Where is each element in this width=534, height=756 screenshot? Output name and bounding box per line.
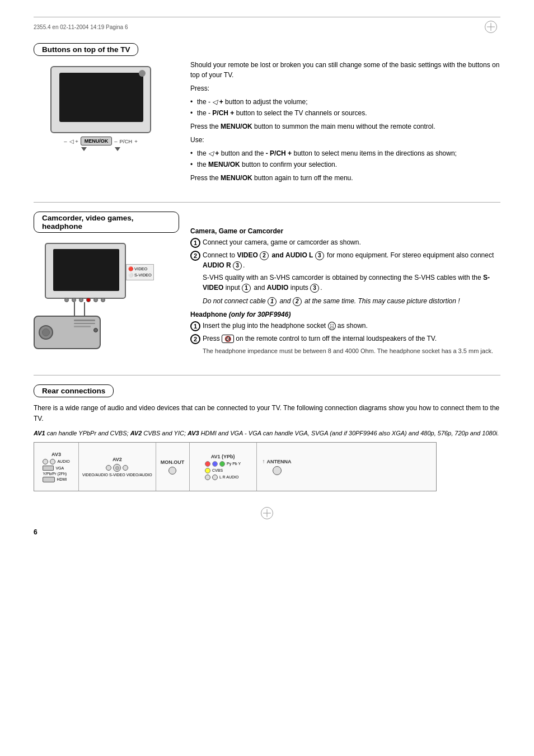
section2-title: Camcorder, video games, headphone: [34, 212, 179, 233]
btn-vol: ◁ +: [69, 138, 78, 144]
av2-port-1: [106, 465, 111, 471]
monout-port: [168, 467, 176, 475]
tv-use-item-1: the ◁ + button and the - P/CH + button t…: [190, 148, 500, 158]
cam-connectors: [64, 298, 105, 302]
section-cam-right: Camera, Game or Camcorder 1 Connect your…: [190, 212, 500, 359]
section-camcorder: Camcorder, video games, headphone 🔴 VIDE…: [34, 212, 500, 359]
av3-hdmi-port: [43, 477, 55, 482]
section3-title: Rear connections: [34, 384, 114, 397]
av2-ports: VIDEO/AUDIO S-VIDEO VIDEO/AUDIO: [82, 464, 152, 477]
monout-label-diag: MON.OUT: [161, 459, 185, 465]
av-note: AV1 can handle YPbPr and CVBS; AV2 CVBS …: [34, 429, 500, 438]
av3-vga-port: [43, 466, 54, 471]
divider-2: [34, 375, 500, 375]
headphone-jack-icon: [93, 328, 98, 332]
btn-pch: P/CH: [120, 138, 133, 144]
av1-R-port: [212, 475, 218, 480]
step-num-2: 2: [190, 251, 200, 261]
header-meta-text: 2355.4 en 02-11-2004 14:19 Pagina 6: [34, 24, 128, 30]
av2-label-3: VIDEO/AUDIO: [127, 473, 152, 477]
av3-audio-label: AUDIO: [57, 459, 69, 463]
av3-ports: AUDIO VGA Y/Pb/Pr (2Fh) HDMI: [43, 459, 69, 482]
headphone-info: The headphone impedance must be between …: [203, 346, 500, 356]
section-tv-left: Buttons on top of the TV – ◁ + MENU/OK –…: [34, 43, 179, 151]
tv-button-row: – ◁ + MENU/OK – P/CH +: [34, 137, 168, 145]
section-rear: Rear connections There is a wide range o…: [34, 384, 500, 492]
av2-row1: [106, 464, 128, 472]
tv-arrows: [34, 147, 168, 151]
av1-row1: Py Pb Y: [205, 461, 241, 467]
header-meta: 2355.4 en 02-11-2004 14:19 Pagina 6: [34, 17, 500, 33]
btn-menuok: MENU/OK: [81, 137, 113, 145]
av3-audio-port-R: [50, 459, 55, 464]
av2-port-3: [123, 465, 128, 471]
av3-ypbpr-label: Y/Pb/Pr (2Fh): [43, 472, 67, 476]
cam-cable-2: [84, 302, 85, 316]
av1-cvbs-label: CVBS: [212, 468, 223, 472]
av3-audio-port-L: [43, 459, 48, 464]
tv-press-item-1: the - ◁ + button to adjust the volume;: [190, 97, 500, 107]
av1-LR-label: L R AUDIO: [219, 475, 238, 479]
av2-svideo-port: [113, 464, 121, 472]
cam-game-head: Camera, Game or Camcorder: [190, 227, 500, 235]
tv-use-item-2: the MENU/OK button to confirm your selec…: [190, 159, 500, 170]
tv-use-label: Use:: [190, 135, 500, 145]
headphone-step-text-2: Press 🔇 on the remote control to turn of…: [203, 334, 500, 344]
av2-label-1: VIDEO/AUDIO: [82, 473, 108, 477]
crosshair-bottom-wrap: [34, 507, 500, 519]
page-number: 6: [34, 528, 500, 536]
av2-label: AV2 CVBS and YIC;: [130, 430, 186, 436]
tv-press-again: Press the MENU/OK button again to turn o…: [190, 173, 500, 183]
av1-label: AV1 can handle YPbPr and CVBS;: [34, 430, 129, 436]
av3-vga-label: VGA: [55, 466, 64, 470]
headphone-head: Headphone (only for 30PF9946): [190, 311, 500, 318]
av1-cvbs-port: [205, 468, 210, 473]
tv-press-list: the - ◁ + button to adjust the volume; t…: [190, 97, 500, 118]
step-text-2: Connect to VIDEO 2 and AUDIO L 3 for mon…: [203, 250, 500, 270]
antenna-label-diag: ANTENNA: [267, 459, 292, 464]
headphone-step-num-2: 2: [190, 334, 200, 344]
cam-illustration: 🔴 VIDEO ⚪ S-VIDEO: [34, 243, 168, 355]
headphone-step-1: 1 Insert the plug into the headphone soc…: [190, 321, 500, 331]
av1-row3: L R AUDIO: [205, 475, 241, 480]
camcorder-device: [34, 316, 106, 355]
antenna-port: [273, 466, 282, 475]
step-1: 1 Connect your camera, game or camcorder…: [190, 237, 500, 248]
av3-ypbpr-row: Y/Pb/Pr (2Fh): [43, 472, 67, 476]
av1-label-diag: AV1 (YPb): [211, 454, 235, 459]
av1-L-port: [205, 475, 210, 480]
av1-ports: Py Pb Y CVBS L R AUDIO: [205, 461, 241, 480]
av3-audio-row: AUDIO: [43, 459, 69, 464]
svhs-text: S-VHS quality with an S-VHS camcorder is…: [190, 273, 500, 306]
tv-press-label: Press:: [190, 83, 500, 93]
headphone-step-text-1: Insert the plug into the headphone socke…: [203, 321, 500, 331]
tv-press-item-2: the - P/CH + button to select the TV cha…: [190, 108, 500, 118]
av1-port-pb: [212, 461, 218, 467]
crosshair-header: [485, 21, 497, 33]
av3-label: AV3 HDMI and VGA - VGA can handle VGA, S…: [188, 430, 499, 436]
av3-label-diag: AV3: [51, 452, 61, 457]
av1-row2: CVBS: [205, 468, 241, 473]
headphone-step-2: 2 Press 🔇 on the remote control to turn …: [190, 334, 500, 344]
tv-menuok-text: Press the MENU/OK button to summon the m…: [190, 121, 500, 132]
btn-minus2: –: [114, 138, 117, 144]
monout-block: MON.OUT: [156, 443, 190, 491]
page: 2355.4 en 02-11-2004 14:19 Pagina 6 Butt…: [0, 0, 534, 756]
av2-block: AV2 VIDEO/AUDIO S-VIDEO VIDEO/AUDIO: [79, 443, 156, 491]
cam-port-labels: 🔴 VIDEO ⚪ S-VIDEO: [126, 264, 154, 280]
btn-minus1: –: [64, 138, 67, 144]
av2-label-2: S-VIDEO: [109, 473, 125, 477]
cam-cable-1: [74, 302, 75, 316]
step-text-1: Connect your camera, game or camcorder a…: [203, 237, 500, 247]
rear-intro: There is a wide range of audio and video…: [34, 403, 500, 424]
av3-hdmi-row: HDMI: [43, 477, 67, 482]
antenna-block: ↑ ANTENNA: [257, 443, 297, 491]
divider-1: [34, 202, 500, 203]
tv-illustration: – ◁ + MENU/OK – P/CH +: [34, 66, 168, 151]
av1-port-y: [219, 461, 225, 467]
section-buttons-tv: Buttons on top of the TV – ◁ + MENU/OK –…: [34, 43, 500, 186]
headphone-step-num-1: 1: [190, 321, 200, 331]
section-tv-right: Should your remote be lost or broken you…: [190, 43, 500, 186]
tv-desc: Should your remote be lost or broken you…: [190, 60, 500, 80]
antenna-arrow-icon: ↑: [263, 458, 265, 464]
